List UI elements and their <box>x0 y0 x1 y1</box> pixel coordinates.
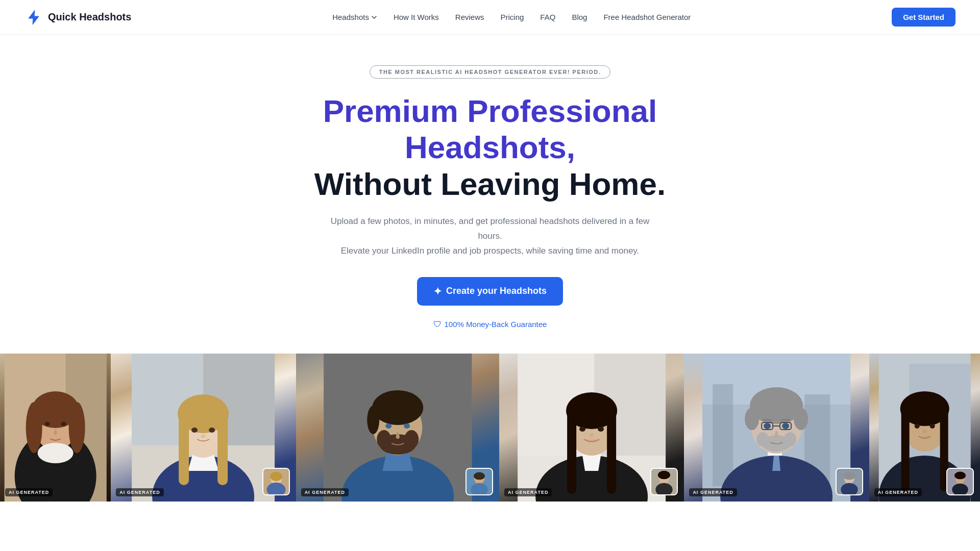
nav-link-faq[interactable]: FAQ <box>540 13 555 21</box>
svg-point-43 <box>474 472 485 480</box>
svg-point-8 <box>45 422 50 426</box>
ai-badge-6: AI GENERATED <box>874 488 922 496</box>
sparkle-icon: ✦ <box>433 285 442 297</box>
nav-link-headshots[interactable]: Headshots <box>332 13 377 21</box>
logo-link[interactable]: Quick Headshots <box>24 8 131 27</box>
svg-point-37 <box>377 430 391 448</box>
nav-item-how-it-works[interactable]: How It Works <box>394 13 439 22</box>
svg-point-34 <box>372 390 423 425</box>
svg-point-78 <box>782 423 790 429</box>
hero-title-line2: Without Leaving Home. <box>314 166 666 202</box>
hero-title: Premium Professional Headshots, Without … <box>291 93 689 202</box>
shield-icon: 🛡 <box>433 320 442 329</box>
svg-point-76 <box>785 432 797 446</box>
guarantee-badge: 🛡 100% Money-Back Guarantee <box>12 320 968 329</box>
thumbnail-2 <box>262 468 290 495</box>
svg-point-10 <box>38 443 74 463</box>
photo-card-3: AI GENERATED <box>296 354 499 502</box>
navbar: Quick Headshots Headshots How It Works R… <box>0 0 980 35</box>
svg-point-75 <box>757 432 769 446</box>
thumbnail-3 <box>465 468 493 495</box>
create-headshots-button[interactable]: ✦ Create your Headshots <box>417 277 563 306</box>
guarantee-text: 100% Money-Back Guarantee <box>445 320 547 329</box>
nav-item-free-generator[interactable]: Free Headshot Generator <box>603 13 691 22</box>
svg-point-57 <box>590 434 594 437</box>
svg-point-94 <box>914 423 919 429</box>
svg-point-55 <box>579 427 585 432</box>
nav-item-headshots[interactable]: Headshots <box>332 13 377 21</box>
ai-badge-4: AI GENERATED <box>504 488 552 496</box>
svg-rect-53 <box>567 412 576 494</box>
svg-rect-64 <box>713 384 733 486</box>
get-started-button[interactable]: Get Started <box>892 8 955 27</box>
nav-item-faq[interactable]: FAQ <box>540 13 555 22</box>
svg-point-99 <box>954 471 966 479</box>
svg-point-38 <box>404 430 419 448</box>
thumbnail-svg-5 <box>837 469 862 494</box>
thumbnail-4 <box>650 468 678 495</box>
photo-card-4: AI GENERATED <box>499 354 684 502</box>
svg-point-40 <box>404 423 410 429</box>
svg-rect-92 <box>901 410 909 491</box>
thumbnail-svg-4 <box>651 469 677 494</box>
hero-section: THE MOST REALISTIC AI HEADSHOT GENERATOR… <box>0 35 980 329</box>
ai-badge-3: AI GENERATED <box>301 488 349 496</box>
ai-badge-5: AI GENERATED <box>689 488 737 496</box>
svg-point-84 <box>843 472 855 480</box>
svg-point-39 <box>385 423 391 429</box>
svg-point-9 <box>61 422 66 426</box>
brand-name: Quick Headshots <box>48 11 131 23</box>
svg-point-60 <box>658 470 670 479</box>
svg-point-95 <box>929 423 935 429</box>
photo-card-6: AI GENERATED <box>869 354 980 502</box>
svg-point-96 <box>922 430 926 433</box>
nav-link-how-it-works[interactable]: How It Works <box>394 13 439 21</box>
svg-point-7 <box>69 402 85 453</box>
thumbnail-6 <box>946 468 974 495</box>
photo-card-2: AI GENERATED <box>111 354 296 502</box>
nav-menu: Headshots How It Works Reviews Pricing F… <box>332 13 691 22</box>
nav-item-pricing[interactable]: Pricing <box>501 13 524 22</box>
svg-point-22 <box>209 428 215 433</box>
svg-point-26 <box>270 471 282 481</box>
svg-point-72 <box>745 408 760 430</box>
nav-link-blog[interactable]: Blog <box>572 13 587 21</box>
photo-card-1: AI GENERATED <box>0 354 111 502</box>
hero-subtitle: Upload a few photos, in minutes, and get… <box>327 214 653 259</box>
svg-point-73 <box>794 408 808 430</box>
nav-item-blog[interactable]: Blog <box>572 13 587 22</box>
photo-card-5: AI GENERATED <box>684 354 869 502</box>
svg-point-56 <box>598 427 604 432</box>
logo-icon <box>24 8 43 27</box>
thumbnail-svg-3 <box>467 469 492 494</box>
svg-rect-20 <box>217 414 228 485</box>
nav-link-pricing[interactable]: Pricing <box>501 13 524 21</box>
ai-badge-1: AI GENERATED <box>5 488 53 496</box>
svg-rect-19 <box>179 414 189 485</box>
nav-item-reviews[interactable]: Reviews <box>455 13 484 22</box>
svg-point-23 <box>201 435 205 438</box>
svg-point-35 <box>367 406 379 434</box>
photo-strip: AI GENERATED <box>0 354 980 502</box>
ai-badge-2: AI GENERATED <box>116 488 163 496</box>
svg-point-6 <box>26 402 42 453</box>
nav-link-reviews[interactable]: Reviews <box>455 13 484 21</box>
svg-point-77 <box>764 423 771 429</box>
nav-link-free-generator[interactable]: Free Headshot Generator <box>603 13 691 21</box>
thumbnail-svg-6 <box>947 469 973 494</box>
svg-point-21 <box>191 428 198 433</box>
hero-title-line1: Premium Professional Headshots, <box>323 93 657 165</box>
svg-rect-54 <box>607 412 616 494</box>
thumbnail-svg-2 <box>263 469 289 494</box>
person-illustration-1 <box>0 354 111 502</box>
hero-badge: THE MOST REALISTIC AI HEADSHOT GENERATOR… <box>370 65 611 79</box>
thumbnail-5 <box>836 468 863 495</box>
chevron-down-icon <box>371 14 377 20</box>
